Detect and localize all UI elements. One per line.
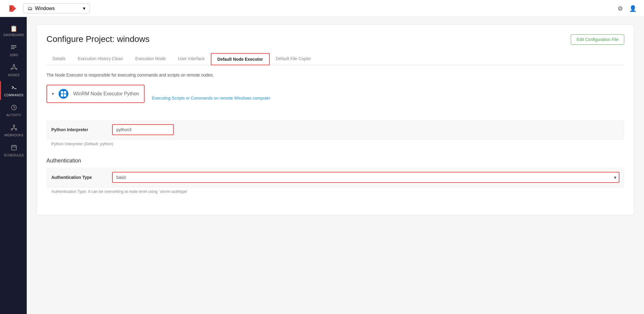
svg-point-9: [13, 66, 15, 69]
svg-line-23: [14, 128, 16, 129]
executor-link[interactable]: Executing Scripts or Commands on remote …: [152, 96, 270, 101]
tab-execution-history-clean[interactable]: Execution History Clean: [72, 53, 129, 65]
topbar-left: 🗂 Windows ▾: [7, 3, 90, 14]
executor-selector[interactable]: ▾ WinRM Node Executor Python: [46, 85, 145, 103]
page-title: Configure Project: windows: [46, 34, 149, 44]
sidebar-item-webhooks[interactable]: WEBHOOKS: [0, 121, 27, 140]
auth-type-label: Authentication Type: [51, 175, 112, 180]
python-interpreter-input[interactable]: [112, 124, 174, 135]
svg-line-22: [12, 128, 14, 129]
topbar-right: ⚙ 👤: [618, 5, 637, 12]
sidebar-item-nodes[interactable]: NODES: [0, 61, 27, 80]
project-selector[interactable]: 🗂 Windows ▾: [23, 3, 90, 13]
content-area: Configure Project: windows Edit Configur…: [27, 17, 644, 314]
tab-default-node-executor[interactable]: Default Node Executor: [211, 53, 270, 65]
tab-execution-mode[interactable]: Execution Mode: [129, 53, 172, 65]
sidebar-item-label: JOBS: [9, 53, 18, 57]
chevron-down-icon: ▾: [83, 5, 85, 11]
tabs: Details Execution History Clean Executio…: [46, 53, 624, 65]
project-selector-icon: 🗂: [28, 6, 33, 11]
python-interpreter-label: Python Interpreter: [51, 127, 112, 132]
edit-config-button[interactable]: Edit Configuration File: [571, 34, 624, 45]
sidebar-item-label: WEBHOOKS: [4, 134, 23, 137]
executor-name: WinRM Node Executor Python: [73, 91, 139, 97]
dashboard-icon: 📋: [10, 25, 18, 32]
auth-type-select[interactable]: basic kerberos certificate ntlm: [112, 172, 619, 183]
sidebar-item-jobs[interactable]: JOBS: [0, 41, 27, 60]
svg-point-6: [11, 45, 12, 46]
svg-point-10: [13, 64, 15, 66]
schedules-icon: [11, 144, 17, 152]
tab-details[interactable]: Details: [46, 53, 72, 65]
commands-icon: [11, 84, 17, 92]
project-selector-label: Windows: [35, 6, 55, 11]
main-card: Configure Project: windows Edit Configur…: [36, 24, 634, 215]
activity-icon: [11, 104, 17, 112]
python-interpreter-row: Python Interpreter: [46, 120, 624, 140]
executor-row: ▾ WinRM Node Executor Python Executing S…: [46, 85, 624, 111]
sidebar: 📋 DASHBOARD JOBS: [0, 17, 27, 314]
tab-default-file-copier[interactable]: Default File Copier: [270, 53, 317, 65]
svg-point-12: [11, 68, 12, 70]
node-executor-description: The Node Executor is responsible for exe…: [46, 73, 624, 77]
topbar: 🗂 Windows ▾ ⚙ 👤: [0, 0, 644, 17]
sidebar-item-dashboard[interactable]: 📋 DASHBOARD: [0, 22, 27, 40]
authentication-section-title: Authentication: [46, 158, 624, 164]
auth-type-select-wrapper: basic kerberos certificate ntlm ▾: [112, 172, 619, 183]
sidebar-item-commands[interactable]: COMMANDS: [0, 81, 27, 100]
auth-type-section: Authentication Type basic kerberos certi…: [46, 168, 624, 197]
sidebar-item-label: COMMANDS: [4, 94, 23, 97]
chevron-icon: ▾: [52, 92, 54, 96]
svg-point-8: [11, 48, 12, 49]
jobs-icon: [11, 44, 17, 52]
svg-line-15: [12, 68, 13, 68]
sidebar-item-activity[interactable]: ACTIVITY: [0, 101, 27, 120]
authentication-section: Authentication Authentication Type basic…: [46, 158, 624, 197]
main-layout: 📋 DASHBOARD JOBS: [0, 17, 644, 314]
python-interpreter-hint: Python Interpreter (Default: python): [46, 140, 624, 149]
auth-type-hint: Authentication Type. It can be overwriti…: [46, 187, 624, 197]
nodes-icon: [11, 64, 17, 72]
svg-point-18: [13, 125, 15, 127]
svg-line-14: [15, 68, 16, 68]
sidebar-item-label: ACTIVITY: [6, 114, 21, 117]
python-interpreter-section: Python Interpreter Python Interpreter (D…: [46, 120, 624, 149]
sidebar-item-schedules[interactable]: SCHEDULES: [0, 141, 27, 160]
auth-type-row: Authentication Type basic kerberos certi…: [46, 168, 624, 187]
svg-rect-24: [12, 145, 16, 150]
sidebar-item-label: DASHBOARD: [4, 33, 24, 37]
svg-point-7: [11, 47, 12, 48]
page-header: Configure Project: windows Edit Configur…: [46, 34, 624, 45]
settings-icon[interactable]: ⚙: [618, 5, 623, 12]
tab-user-interface[interactable]: User Interface: [172, 53, 211, 65]
webhooks-icon: [11, 124, 17, 132]
svg-point-11: [16, 68, 17, 70]
logo: [7, 3, 18, 14]
sidebar-item-label: NODES: [8, 73, 19, 77]
sidebar-item-label: SCHEDULES: [4, 154, 24, 157]
winrm-icon: [59, 89, 68, 99]
user-icon[interactable]: 👤: [629, 5, 637, 12]
